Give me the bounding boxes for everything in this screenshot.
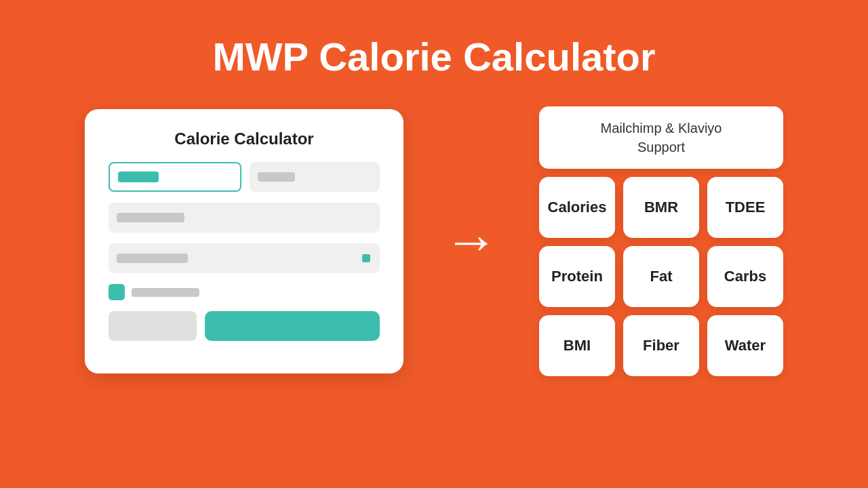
button-row <box>108 311 380 341</box>
arrow-icon: → <box>444 214 498 268</box>
result-protein: Protein <box>539 246 615 307</box>
result-fat: Fat <box>623 246 699 307</box>
results-grid: Calories BMR TDEE Protein Fat Carbs BMI … <box>539 177 783 376</box>
checkbox-label <box>132 288 199 297</box>
result-water: Water <box>707 315 783 376</box>
result-fiber: Fiber <box>623 315 699 376</box>
input-row-1 <box>108 162 380 192</box>
content-area: Calorie Calculator <box>0 106 868 376</box>
result-tdee: TDEE <box>707 177 783 238</box>
result-bmr: BMR <box>623 177 699 238</box>
result-carbs: Carbs <box>707 246 783 307</box>
mailchimp-support-card: Mailchimp & KlaviyoSupport <box>539 106 783 169</box>
calculate-button[interactable] <box>205 311 380 341</box>
email-input[interactable] <box>108 203 380 232</box>
input-indicator-dot <box>362 254 370 262</box>
result-calories: Calories <box>539 177 615 238</box>
result-bmi: BMI <box>539 315 615 376</box>
results-panel: Mailchimp & KlaviyoSupport Calories BMR … <box>539 106 783 376</box>
age-input[interactable] <box>108 243 380 273</box>
calculator-title: Calorie Calculator <box>108 129 380 148</box>
input-active-indicator <box>118 171 159 182</box>
input-placeholder-bar <box>258 172 295 182</box>
page-title: MWP Calorie Calculator <box>212 34 655 79</box>
arrow-container: → <box>444 214 498 268</box>
first-name-input[interactable] <box>108 162 241 192</box>
input-placeholder-bar <box>117 213 184 222</box>
checkbox-input[interactable] <box>108 284 125 300</box>
calculator-card: Calorie Calculator <box>85 109 403 373</box>
checkbox-row <box>108 284 380 300</box>
last-name-input[interactable] <box>250 162 380 192</box>
reset-button[interactable] <box>108 311 197 341</box>
input-placeholder-bar <box>117 253 188 263</box>
